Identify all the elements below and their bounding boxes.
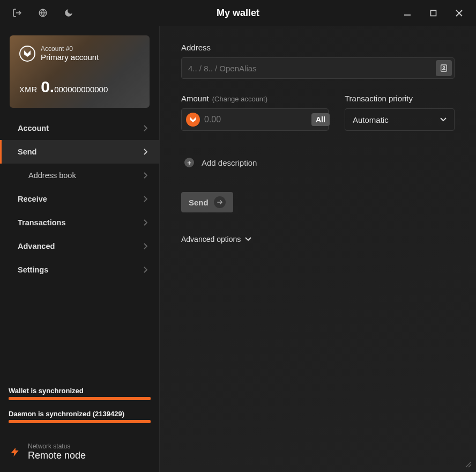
address-label: Address [181, 43, 455, 52]
sidebar: Account #0 Primary account XMR 0.0000000… [0, 26, 160, 472]
nav-account[interactable]: Account [0, 116, 159, 140]
logout-icon[interactable] [4, 0, 30, 26]
amount-input[interactable] [204, 115, 311, 124]
amount-all-button[interactable]: All [311, 113, 330, 126]
account-balance: XMR 0.000000000000 [19, 78, 140, 96]
priority-select[interactable]: Automatic [345, 108, 455, 131]
daemon-sync-label: Daemon is synchronized (2139429) [9, 410, 151, 418]
chevron-right-icon [143, 172, 147, 179]
chevron-right-icon [143, 243, 147, 249]
window-title: My wallet [81, 8, 395, 19]
nav-advanced[interactable]: Advanced [0, 234, 159, 258]
bolt-icon [10, 445, 20, 460]
priority-label: Transaction priority [345, 94, 455, 103]
globe-icon[interactable] [30, 0, 56, 26]
chevron-right-icon [143, 125, 147, 131]
close-button[interactable] [446, 3, 472, 23]
address-input[interactable] [188, 64, 436, 73]
change-account-link[interactable]: (Change account) [212, 95, 267, 103]
advanced-options-toggle[interactable]: Advanced options [181, 235, 455, 244]
chevron-down-icon [245, 237, 251, 241]
chevron-right-icon [143, 267, 147, 273]
amount-input-wrap: All [181, 108, 329, 131]
svg-line-11 [468, 464, 471, 467]
chevron-right-icon [143, 219, 147, 226]
daemon-sync-bar [9, 420, 151, 423]
nav: Account Send Address book Receive Transa… [0, 116, 159, 282]
arrow-right-icon [214, 196, 226, 208]
network-status[interactable]: Network status Remote node [0, 437, 159, 472]
network-status-value: Remote node [28, 450, 86, 461]
svg-line-10 [466, 462, 471, 467]
chevron-right-icon [143, 149, 147, 155]
network-status-label: Network status [28, 442, 86, 450]
minimize-button[interactable] [395, 3, 420, 23]
monero-icon [186, 113, 200, 127]
nav-send[interactable]: Send [0, 140, 159, 164]
chevron-right-icon [143, 196, 147, 202]
resize-grip-icon[interactable] [464, 460, 472, 468]
account-name: Primary account [41, 53, 99, 62]
account-card[interactable]: Account #0 Primary account XMR 0.0000000… [10, 35, 150, 108]
wallet-sync-label: Wallet is synchronized [9, 387, 151, 395]
add-description-button[interactable]: + Add description [181, 158, 455, 167]
address-input-wrap [181, 57, 455, 79]
send-panel: Address Amount (Change account) All [160, 26, 476, 472]
amount-label: Amount [181, 94, 209, 103]
nav-transactions[interactable]: Transactions [0, 211, 159, 234]
theme-toggle-icon[interactable] [56, 0, 81, 26]
svg-rect-4 [430, 10, 436, 16]
maximize-button[interactable] [420, 3, 446, 23]
nav-address-book[interactable]: Address book [0, 164, 159, 187]
account-number: Account #0 [41, 45, 99, 53]
sync-status: Wallet is synchronized Daemon is synchro… [0, 387, 159, 437]
monero-logo-icon [19, 46, 35, 62]
chevron-down-icon [440, 117, 447, 122]
svg-point-8 [443, 67, 444, 68]
nav-settings[interactable]: Settings [0, 258, 159, 282]
plus-icon: + [184, 158, 194, 167]
address-book-button[interactable] [436, 60, 452, 76]
title-bar: My wallet [0, 0, 476, 26]
send-button[interactable]: Send [181, 192, 233, 212]
nav-receive[interactable]: Receive [0, 187, 159, 211]
wallet-sync-bar [9, 397, 151, 400]
